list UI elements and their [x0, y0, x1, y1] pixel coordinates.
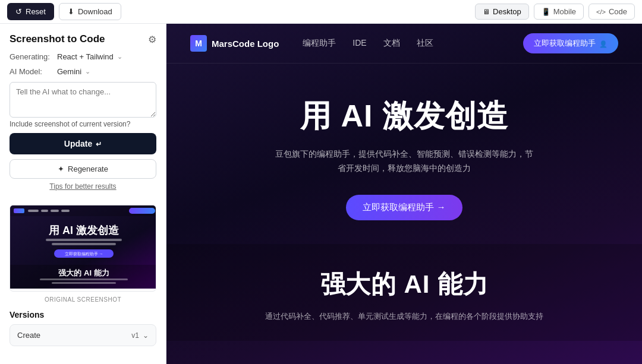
- version-tag: v1: [131, 331, 139, 340]
- nav-link-3[interactable]: 文档: [383, 38, 400, 49]
- version-badge: v1 ⌄: [131, 331, 149, 340]
- svg-rect-2: [14, 208, 24, 213]
- tips-link[interactable]: Tips for better results: [10, 182, 156, 191]
- mobile-view-button[interactable]: Mobile: [534, 4, 584, 20]
- nav-link-1[interactable]: 编程助手: [303, 38, 336, 49]
- generating-label: Generating:: [10, 52, 57, 61]
- desktop-view-button[interactable]: Desktop: [475, 4, 529, 20]
- toolbar-left-actions: Reset Download: [7, 3, 121, 20]
- main-area: Screenshot to Code ⚙ Generating: React +…: [0, 24, 642, 364]
- desktop-icon: [483, 7, 490, 16]
- person-icon: [599, 39, 608, 48]
- desktop-label: Desktop: [493, 7, 521, 16]
- hero-cta-label: 立即获取编程助手 →: [363, 202, 445, 213]
- logo-letter: M: [195, 39, 202, 48]
- svg-rect-5: [51, 210, 59, 212]
- sparkle-icon: [58, 164, 64, 173]
- sidebar: Screenshot to Code ⚙ Generating: React +…: [0, 24, 166, 364]
- mobile-label: Mobile: [553, 7, 576, 16]
- update-button[interactable]: Update: [10, 133, 156, 154]
- sidebar-header: Screenshot to Code ⚙: [0, 24, 166, 52]
- nav-cta-button[interactable]: 立即获取编程助手: [523, 33, 618, 53]
- hero-title: 用 AI 激发创造: [190, 99, 618, 133]
- download-button[interactable]: Download: [59, 3, 121, 20]
- preview-thumbnail: 用 AI 激发创造 立即获取编程助手 → 强大的 AI 能力: [10, 205, 156, 289]
- section2-title: 强大的 AI 能力: [190, 268, 618, 301]
- code-view-button[interactable]: Code: [588, 4, 635, 20]
- nav-link-2[interactable]: IDE: [353, 38, 366, 49]
- svg-rect-4: [41, 210, 48, 212]
- svg-text:强大的 AI 能力: 强大的 AI 能力: [58, 268, 109, 277]
- chevron-down-icon-2: ⌄: [85, 68, 90, 75]
- reset-icon: [15, 7, 22, 16]
- screenshot-check-label: Include screenshot of current version?: [10, 120, 156, 128]
- svg-rect-3: [28, 210, 39, 212]
- preview-pane: M MarsCode Logo 编程助手 IDE 文档 社区 立即获取编程助手 …: [166, 24, 642, 364]
- nav-link-4[interactable]: 社区: [417, 38, 433, 49]
- settings-section: Generating: React + Tailwind ⌄ AI Model:…: [0, 52, 166, 205]
- svg-rect-6: [61, 210, 70, 212]
- chevron-updown-icon: ⌄: [143, 331, 149, 340]
- nav-links: 编程助手 IDE 文档 社区: [303, 38, 433, 49]
- chevron-down-icon: ⌄: [117, 53, 122, 61]
- generating-select[interactable]: React + Tailwind ⌄: [57, 52, 122, 61]
- enter-icon: [96, 139, 102, 148]
- svg-text:用 AI 激发创造: 用 AI 激发创造: [48, 224, 119, 236]
- svg-rect-7: [129, 208, 155, 214]
- logo-text: MarsCode Logo: [212, 39, 279, 49]
- hero-cta-button[interactable]: 立即获取编程助手 →: [346, 195, 462, 220]
- version-name: Create: [17, 331, 40, 340]
- hero-section: 用 AI 激发创造 豆包旗下的编程助手，提供代码补全、智能预测、错误检测等能力，…: [166, 64, 642, 244]
- download-icon: [68, 7, 74, 16]
- svg-rect-15: [40, 278, 128, 280]
- regenerate-button[interactable]: Regenerate: [10, 159, 156, 179]
- generating-value: React + Tailwind: [57, 52, 114, 61]
- logo-box: M: [190, 35, 207, 52]
- website-preview: M MarsCode Logo 编程助手 IDE 文档 社区 立即获取编程助手 …: [166, 24, 642, 364]
- section2-description: 通过代码补全、代码推荐、单元测试生成等能力，在编程的各个阶段提供协助支持: [190, 311, 618, 323]
- hero-description: 豆包旗下的编程助手，提供代码补全、智能预测、错误检测等能力，节省开发时间，释放您…: [273, 147, 535, 176]
- original-screenshot-label: ORIGINAL SCREENSHOT: [0, 296, 166, 303]
- versions-section: Versions Create v1 ⌄: [0, 310, 166, 346]
- generating-field: Generating: React + Tailwind ⌄: [10, 52, 156, 61]
- prompt-input[interactable]: [10, 82, 156, 118]
- sidebar-title: Screenshot to Code: [10, 33, 105, 45]
- code-icon: [596, 7, 606, 16]
- ai-model-value: Gemini: [57, 67, 81, 76]
- ai-model-field: AI Model: Gemini ⌄: [10, 67, 156, 76]
- regenerate-label: Regenerate: [68, 164, 108, 173]
- nav-logo: M MarsCode Logo: [190, 35, 279, 52]
- code-label: Code: [609, 7, 627, 16]
- website-nav: M MarsCode Logo 编程助手 IDE 文档 社区 立即获取编程助手: [166, 24, 642, 64]
- svg-rect-10: [52, 243, 116, 245]
- mobile-icon: [542, 7, 550, 16]
- ai-model-select[interactable]: Gemini ⌄: [57, 67, 90, 76]
- ai-model-label: AI Model:: [10, 67, 57, 76]
- download-label: Download: [78, 7, 112, 16]
- ai-capability-section: 强大的 AI 能力 通过代码补全、代码推荐、单元测试生成等能力，在编程的各个阶段…: [166, 244, 642, 341]
- reset-label: Reset: [26, 7, 46, 16]
- nav-cta-label: 立即获取编程助手: [534, 38, 596, 49]
- svg-rect-9: [46, 239, 122, 241]
- update-label: Update: [64, 139, 92, 148]
- screenshot-preview: 用 AI 激发创造 立即获取编程助手 → 强大的 AI 能力: [10, 205, 156, 292]
- svg-text:立即获取编程助手 →: 立即获取编程助手 →: [65, 252, 103, 256]
- svg-rect-16: [52, 282, 116, 284]
- reset-button[interactable]: Reset: [7, 3, 54, 20]
- versions-title: Versions: [10, 310, 156, 319]
- toolbar-right-actions: Desktop Mobile Code: [475, 4, 635, 20]
- gear-icon[interactable]: ⚙: [148, 34, 156, 45]
- toolbar: Reset Download Desktop Mobile Code: [0, 0, 642, 24]
- version-item[interactable]: Create v1 ⌄: [10, 324, 156, 346]
